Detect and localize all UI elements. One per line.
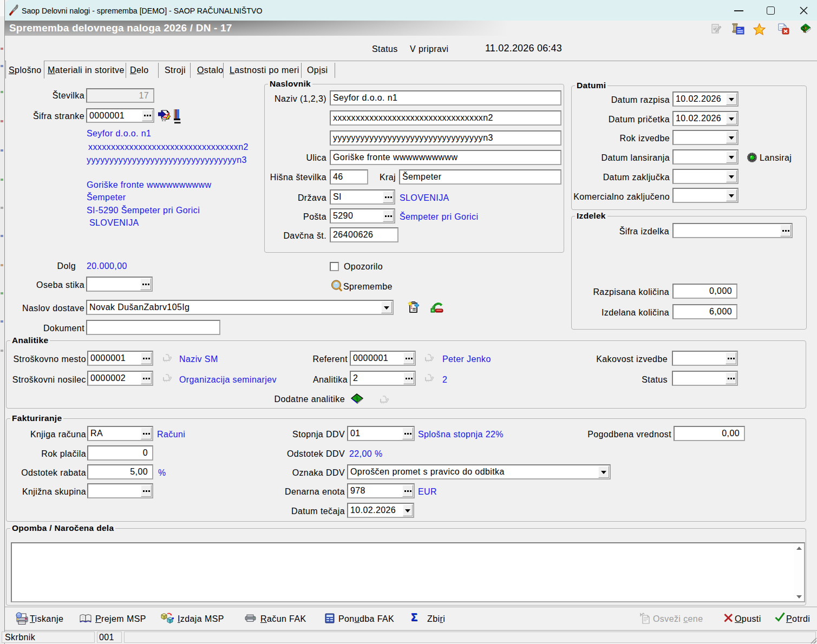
svg-text:?: ? <box>802 25 807 34</box>
